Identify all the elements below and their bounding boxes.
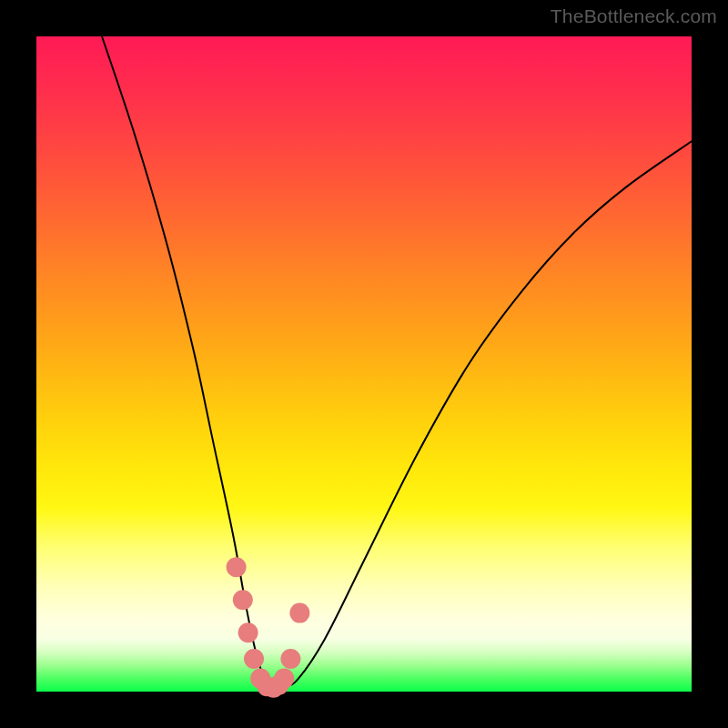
highlight-dot xyxy=(244,649,264,669)
bottleneck-curve xyxy=(102,36,692,689)
highlight-dot xyxy=(238,622,258,642)
chart-frame: TheBottleneck.com xyxy=(0,0,728,728)
highlight-dot xyxy=(289,603,309,623)
plot-area xyxy=(36,36,692,692)
curve-svg xyxy=(36,36,692,692)
highlight-dot xyxy=(280,649,300,669)
highlight-dot xyxy=(227,557,247,577)
highlight-dot xyxy=(233,590,253,610)
watermark-text: TheBottleneck.com xyxy=(551,5,717,27)
highlight-dot xyxy=(274,669,294,689)
highlight-markers xyxy=(227,557,310,698)
